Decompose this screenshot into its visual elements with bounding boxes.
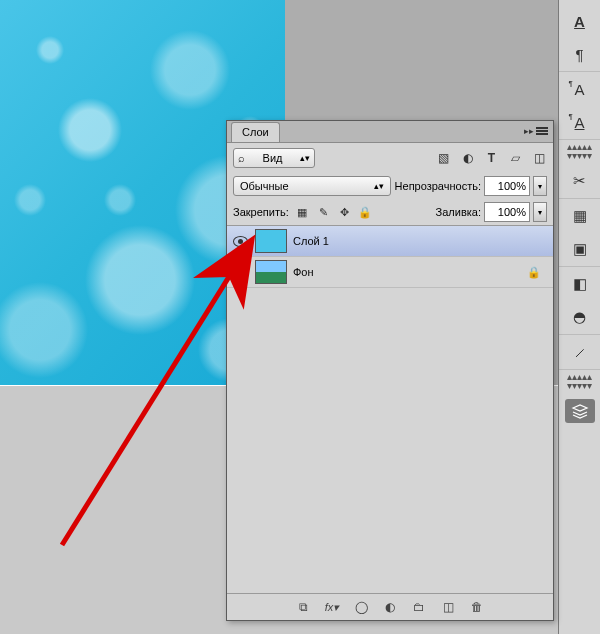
lock-row: Закрепить: ▦ ✎ ✥ 🔒 Заливка: 100% ▾ xyxy=(227,199,553,225)
panel-tabbar: Слои ▸▸ xyxy=(227,121,553,143)
eye-icon xyxy=(233,236,248,247)
swatches-button[interactable]: ▦ xyxy=(565,204,595,228)
panel-footer: ⧉ fx▾ ◯ ◐ 🗀 ◫ 🗑 xyxy=(227,594,553,620)
search-icon: ⌕ xyxy=(238,152,245,164)
right-dock: A ¶ A¶ A¶ ▴▴▴▴▴▾▾▾▾▾ ✂ ▦ ▣ ◧ ◓ ⟋ ▴▴▴▴▴▾▾… xyxy=(558,0,600,634)
layer-list: Слой 1 Фон 🔒 xyxy=(227,225,553,594)
mask-icon[interactable]: ◯ xyxy=(353,599,369,615)
trash-icon[interactable]: 🗑 xyxy=(469,599,485,615)
transparency-lock-icon[interactable]: ▦ xyxy=(295,205,310,220)
fill-input[interactable]: 100% xyxy=(484,202,530,222)
image-filter-icon[interactable]: ▧ xyxy=(436,151,451,166)
layer-row[interactable]: Слой 1 xyxy=(227,226,553,257)
layers-panel: Слои ▸▸ ⌕ Вид ▴▾ ▧ ◐ T ▱ ◫ Обычные ▴▾ Не… xyxy=(226,120,554,621)
panel-menu-button[interactable]: ▸▸ xyxy=(521,123,551,139)
group-icon[interactable]: 🗀 xyxy=(411,599,427,615)
fill-label: Заливка: xyxy=(436,206,481,218)
layers-tab[interactable]: Слои xyxy=(231,122,280,142)
para-styles-button[interactable]: A¶ xyxy=(565,110,595,134)
adjust-filter-icon[interactable]: ◐ xyxy=(460,151,475,166)
path-button[interactable]: ⟋ xyxy=(565,340,595,364)
blend-row: Обычные ▴▾ Непрозрачность: 100% ▾ xyxy=(227,173,553,199)
blend-mode-select[interactable]: Обычные ▴▾ xyxy=(233,176,391,196)
filter-row: ⌕ Вид ▴▾ ▧ ◐ T ▱ ◫ xyxy=(227,143,553,173)
paragraph-panel-button[interactable]: ¶ xyxy=(565,42,595,66)
hamburger-icon xyxy=(536,126,548,136)
collapse-divider[interactable]: ▴▴▴▴▴▾▾▾▾▾ xyxy=(559,370,600,394)
layer-name-label[interactable]: Фон xyxy=(293,266,314,278)
kind-filter-label: Вид xyxy=(263,152,283,164)
blend-mode-value: Обычные xyxy=(240,180,289,192)
layer-name-label[interactable]: Слой 1 xyxy=(293,235,329,247)
smart-filter-icon[interactable]: ◫ xyxy=(532,151,547,166)
opacity-input[interactable]: 100% xyxy=(484,176,530,196)
lock-icon: 🔒 xyxy=(527,266,541,279)
layer-thumbnail[interactable] xyxy=(255,260,287,284)
brush-lock-icon[interactable]: ✎ xyxy=(316,205,331,220)
opacity-chevron-button[interactable]: ▾ xyxy=(533,176,547,196)
visibility-toggle[interactable] xyxy=(231,267,249,278)
adjustment-icon[interactable]: ◐ xyxy=(382,599,398,615)
opacity-label: Непрозрачность: xyxy=(395,180,481,192)
layer-row[interactable]: Фон 🔒 xyxy=(227,257,553,288)
fx-icon[interactable]: fx▾ xyxy=(324,599,340,615)
layers-dock-button[interactable] xyxy=(565,399,595,423)
cube-3d-button[interactable]: ◧ xyxy=(565,272,595,296)
move-lock-icon[interactable]: ✥ xyxy=(337,205,352,220)
layer-thumbnail[interactable] xyxy=(255,229,287,253)
layers-icon xyxy=(571,403,589,419)
filter-icon-set: ▧ ◐ T ▱ ◫ xyxy=(436,151,547,166)
character-panel-button[interactable]: A xyxy=(565,9,595,33)
tools-preset-button[interactable]: ✂ xyxy=(565,169,595,193)
chevron-updown-icon: ▴▾ xyxy=(374,181,384,191)
eye-icon xyxy=(233,267,248,278)
fill-chevron-button[interactable]: ▾ xyxy=(533,202,547,222)
visibility-toggle[interactable] xyxy=(231,236,249,247)
new-layer-icon[interactable]: ◫ xyxy=(440,599,456,615)
frame-button[interactable]: ▣ xyxy=(565,237,595,261)
collapse-divider[interactable]: ▴▴▴▴▴▾▾▾▾▾ xyxy=(559,140,600,164)
char-styles-button[interactable]: A¶ xyxy=(565,77,595,101)
link-icon[interactable]: ⧉ xyxy=(295,599,311,615)
shape-filter-icon[interactable]: ▱ xyxy=(508,151,523,166)
lock-label: Закрепить: xyxy=(233,206,289,218)
collapse-icon: ▸▸ xyxy=(524,126,534,136)
all-lock-icon[interactable]: 🔒 xyxy=(358,205,373,220)
kind-filter-select[interactable]: ⌕ Вид ▴▾ xyxy=(233,148,315,168)
sphere-3d-button[interactable]: ◓ xyxy=(565,305,595,329)
type-filter-icon[interactable]: T xyxy=(484,151,499,166)
chevron-updown-icon: ▴▾ xyxy=(300,153,310,163)
